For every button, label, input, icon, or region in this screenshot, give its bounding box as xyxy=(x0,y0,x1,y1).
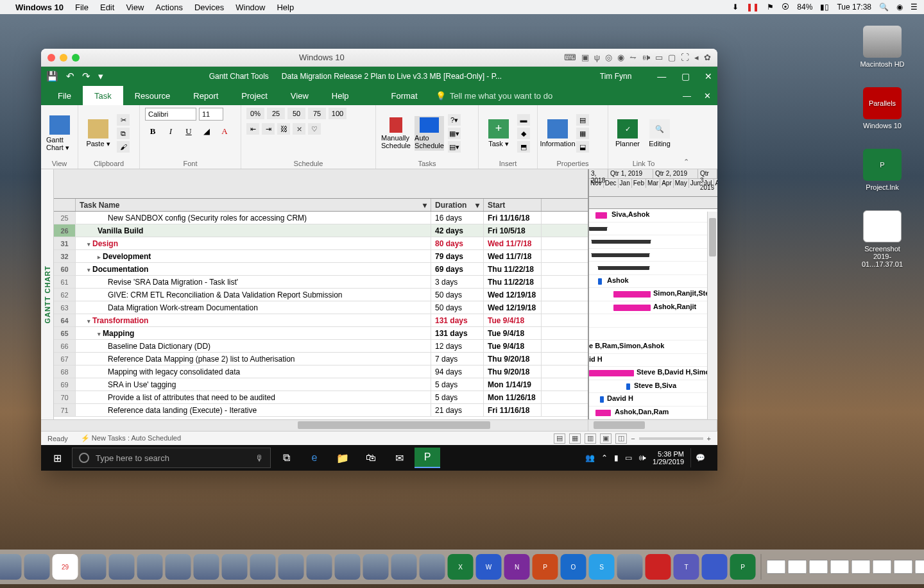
view-task-usage-icon[interactable]: ▦ xyxy=(569,433,581,444)
dock-maps-icon[interactable] xyxy=(137,554,163,580)
dock-outlook-icon[interactable]: O xyxy=(561,554,586,580)
task-row[interactable]: 64 Transformation 131 days Tue 9/4/18 xyxy=(54,314,588,327)
zoom-in-icon[interactable]: + xyxy=(707,435,711,442)
window-close-icon[interactable]: ✕ xyxy=(705,71,712,81)
pct-0-icon[interactable]: 0% xyxy=(246,108,264,119)
tell-me-search[interactable]: 💡 Tell me what you want to do xyxy=(429,86,683,105)
battery-percent[interactable]: 84% xyxy=(797,3,812,12)
task-row[interactable]: 63 Data Migration Work-stream Documentat… xyxy=(54,301,588,314)
desktop-icon-parallels[interactable]: ParallelsWindows 10 xyxy=(853,87,911,130)
milestone-icon[interactable]: ◆ xyxy=(517,128,530,139)
view-gantt-icon[interactable]: ▤ xyxy=(554,433,565,444)
mic-icon[interactable]: 🎙 xyxy=(255,453,264,463)
notes-icon[interactable]: ▤ xyxy=(576,114,589,126)
mac-menu-file[interactable]: File xyxy=(75,3,89,12)
spotlight-icon[interactable]: 🔍 xyxy=(879,3,889,12)
gantt-row[interactable]: Steve B,David H,Simon,Ranj xyxy=(589,367,717,380)
col-start[interactable]: Start xyxy=(484,199,542,211)
dock-word-icon[interactable]: W xyxy=(476,554,502,580)
pct-100-icon[interactable]: 100 xyxy=(329,108,346,119)
maximize-icon[interactable] xyxy=(72,54,80,62)
camera-icon[interactable]: ▢ xyxy=(668,53,676,62)
tab-report[interactable]: Report xyxy=(182,86,230,105)
action-center-icon[interactable]: 💬 xyxy=(690,448,710,467)
tab-view[interactable]: View xyxy=(279,86,320,105)
tray-volume-icon[interactable]: 🕪 xyxy=(638,453,646,462)
bold-button[interactable]: B xyxy=(145,124,160,139)
task-row[interactable]: 68 Mapping with legacy consolidated data… xyxy=(54,365,588,378)
gantt-row[interactable]: Steve B,Siva xyxy=(589,380,717,394)
task-row[interactable]: 62 GIVE: CRM ETL Reconciliation & Data V… xyxy=(54,289,588,301)
network-icon[interactable]: ⥊ xyxy=(629,53,637,62)
vm-titlebar[interactable]: Windows 10 ⌨ ▣ ψ ◎ ◉ ⥊ 🕪 ▭ ▢ ⛶ ◂ ✿ xyxy=(41,49,717,67)
task-row[interactable]: 25 New SANDBOX config (Security roles fo… xyxy=(54,212,588,224)
usb-icon[interactable]: ψ xyxy=(594,53,600,62)
taskbar-search[interactable]: Type here to search 🎙 xyxy=(72,448,271,468)
view-report-icon[interactable]: ◫ xyxy=(615,433,627,444)
horizontal-scrollbars[interactable] xyxy=(41,419,717,431)
unlink-icon[interactable]: ⤫ xyxy=(293,123,305,135)
dock-min-3[interactable] xyxy=(809,560,828,574)
move-icon[interactable]: ▦▾ xyxy=(448,128,461,139)
mac-menu-edit[interactable]: Edit xyxy=(100,3,114,12)
back-icon[interactable]: ◂ xyxy=(694,53,699,62)
information-button[interactable]: Information xyxy=(543,119,572,147)
wifi-icon[interactable]: ⦿ xyxy=(782,3,789,12)
tray-chevron-icon[interactable]: ⌃ xyxy=(601,453,608,462)
format-painter-icon[interactable]: 🖌 xyxy=(117,141,130,153)
dock-appstore-icon[interactable] xyxy=(391,554,417,580)
gantt-row[interactable]: id H xyxy=(589,354,717,367)
indent-icon[interactable]: ⇥ xyxy=(262,123,275,135)
gantt-row[interactable] xyxy=(589,262,717,275)
flag-icon[interactable]: ⚑ xyxy=(767,3,774,12)
pct-75-icon[interactable]: 75 xyxy=(308,108,326,119)
dock-keynote-icon[interactable] xyxy=(307,554,332,580)
notification-center-icon[interactable]: ☰ xyxy=(911,3,918,12)
zoom-slider[interactable] xyxy=(639,437,703,440)
start-button[interactable]: ⊞ xyxy=(45,448,69,468)
mac-menu-devices[interactable]: Devices xyxy=(194,3,224,12)
dock-minimized-windows[interactable] xyxy=(767,560,925,574)
dock-min-1[interactable] xyxy=(767,560,786,574)
task-row[interactable]: 67 Reference Data Mapping (phase 2) list… xyxy=(54,353,588,365)
view-team-planner-icon[interactable]: ▥ xyxy=(585,433,596,444)
task-row[interactable]: 65 Mapping 131 days Tue 9/4/18 xyxy=(54,327,588,340)
task-row[interactable]: 61 Revise 'SRA Data Migration - Task lis… xyxy=(54,276,588,289)
dock-slack-icon[interactable] xyxy=(617,554,643,580)
user-name[interactable]: Tim Fynn xyxy=(600,72,632,81)
col-duration[interactable]: Duration▾ xyxy=(431,199,484,211)
deliverable-icon[interactable]: ⬒ xyxy=(517,141,530,153)
dock-parallels-icon[interactable] xyxy=(646,554,671,580)
zoom-out-icon[interactable]: − xyxy=(631,435,635,442)
minimize-icon[interactable] xyxy=(60,54,67,62)
dock-min-4[interactable] xyxy=(830,560,850,574)
gantt-row[interactable] xyxy=(589,223,717,236)
pct-25-icon[interactable]: 25 xyxy=(267,108,285,119)
gantt-chart-button[interactable]: Gantt Chart ▾ xyxy=(46,115,73,152)
paste-button[interactable]: Paste ▾ xyxy=(83,119,113,148)
auto-schedule-button[interactable]: Auto Schedule xyxy=(415,116,444,151)
dock-min-5[interactable] xyxy=(851,560,871,574)
dock-min-2[interactable] xyxy=(788,560,807,574)
dock-project-icon[interactable]: P xyxy=(730,554,756,580)
mac-menu-app[interactable]: Windows 10 xyxy=(15,3,64,12)
dock-min-6[interactable] xyxy=(873,560,892,574)
battery-icon[interactable]: ▮▯ xyxy=(820,3,829,12)
dock-pages-icon[interactable] xyxy=(250,554,276,580)
mac-menu-window[interactable]: Window xyxy=(235,3,265,12)
copy-icon[interactable]: ⧉ xyxy=(117,128,130,139)
edge-icon[interactable]: e xyxy=(302,448,327,468)
picture-icon[interactable]: ⛶ xyxy=(681,53,689,62)
qat-customize-icon[interactable]: ▾ xyxy=(98,71,103,82)
tab-task[interactable]: Task xyxy=(83,86,123,105)
dock-calendar-icon[interactable]: 29 xyxy=(53,554,78,580)
dock-notes-icon[interactable] xyxy=(81,554,107,580)
dock-mail-icon[interactable] xyxy=(0,554,22,580)
summary-icon[interactable]: ▬ xyxy=(517,114,530,126)
mac-menu-view[interactable]: View xyxy=(126,3,144,12)
tray-network-icon[interactable]: ▭ xyxy=(625,453,632,462)
view-resource-sheet-icon[interactable]: ▣ xyxy=(600,433,612,444)
cut-icon[interactable]: ✂ xyxy=(117,114,130,126)
dock-teams-icon[interactable]: T xyxy=(674,554,699,580)
task-row[interactable]: 66 Baseline Data Dictionary (DD) 12 days… xyxy=(54,340,588,353)
